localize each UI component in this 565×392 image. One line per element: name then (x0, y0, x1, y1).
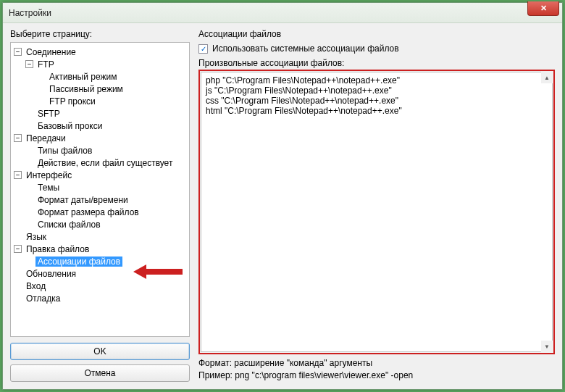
right-panel: Ассоциации файлов ✓ Использовать системн… (198, 29, 555, 382)
tree-item-themes[interactable]: Темы (12, 181, 188, 193)
scroll-up-icon[interactable]: ▲ (541, 72, 553, 83)
tree-item-connection[interactable]: − Соединение (12, 46, 188, 58)
tree-item-passive-mode[interactable]: Пассивный режим (12, 83, 188, 95)
tree-item-language[interactable]: Язык (12, 230, 188, 243)
collapse-icon[interactable]: − (25, 60, 33, 68)
scroll-down-icon[interactable]: ▼ (541, 341, 553, 352)
tree-item-debug[interactable]: Отладка (12, 292, 188, 304)
custom-assoc-textarea[interactable]: php "C:\Program Files\Notepad++\notepad+… (201, 72, 553, 352)
tree-item-file-lists[interactable]: Списки файлов (12, 218, 188, 230)
tree-item-file-editing[interactable]: − Правка файлов (12, 243, 188, 255)
tree-item-updates[interactable]: Обновления (12, 267, 188, 280)
use-system-assoc-row[interactable]: ✓ Использовать системные ассоциации файл… (198, 43, 555, 54)
hints: Формат: расширение "команда" аргументы П… (198, 357, 555, 382)
tree-item-transfers[interactable]: − Передачи (12, 132, 188, 144)
left-panel: Выберите страницу: − Соединение − FTP (10, 29, 190, 382)
custom-assoc-highlight: php "C:\Program Files\Notepad++\notepad+… (198, 70, 555, 354)
tree-item-ftp-proxy[interactable]: FTP прокси (12, 95, 188, 107)
example-hint: Пример: png "c:\program files\viewer\vie… (198, 370, 555, 382)
titlebar: Настройки ✕ (3, 3, 562, 23)
collapse-icon[interactable]: − (14, 245, 22, 253)
dialog-content: Выберите страницу: − Соединение − FTP (3, 23, 562, 389)
tree-item-date-format[interactable]: Формат даты/времени (12, 193, 188, 206)
tree-item-size-format[interactable]: Формат размера файлов (12, 206, 188, 218)
format-hint: Формат: расширение "команда" аргументы (198, 357, 555, 370)
tree-item-active-mode[interactable]: Активный режим (12, 70, 188, 83)
use-system-checkbox[interactable]: ✓ (198, 44, 208, 54)
tree-item-ftp[interactable]: − FTP (12, 58, 188, 70)
custom-assoc-label: Произвольные ассоциации файлов: (198, 58, 555, 68)
close-icon: ✕ (540, 4, 547, 13)
ok-button[interactable]: OK (10, 343, 190, 360)
tree-item-sftp[interactable]: SFTP (12, 107, 188, 120)
page-tree[interactable]: − Соединение − FTP Активный режим (10, 42, 190, 337)
tree-item-file-assoc[interactable]: Ассоциации файлов (12, 255, 188, 267)
close-button[interactable]: ✕ (527, 1, 559, 16)
tree-item-file-types[interactable]: Типы файлов (12, 144, 188, 157)
tree-item-interface[interactable]: − Интерфейс (12, 169, 188, 181)
collapse-icon[interactable]: − (14, 134, 22, 142)
section-title: Ассоциации файлов (198, 29, 555, 39)
collapse-icon[interactable]: − (14, 48, 22, 56)
use-system-label: Использовать системные ассоциации файлов (212, 43, 399, 54)
tree-item-action-exists[interactable]: Действие, если файл существует (12, 157, 188, 169)
cancel-button[interactable]: Отмена (10, 364, 190, 382)
collapse-icon[interactable]: − (14, 171, 22, 179)
select-page-label: Выберите страницу: (10, 29, 190, 39)
window-title: Настройки (9, 8, 51, 18)
tree-item-login[interactable]: Вход (12, 280, 188, 292)
settings-dialog: Настройки ✕ Выберите страницу: − Соедине… (2, 2, 563, 390)
tree-item-base-proxy[interactable]: Базовый прокси (12, 120, 188, 132)
